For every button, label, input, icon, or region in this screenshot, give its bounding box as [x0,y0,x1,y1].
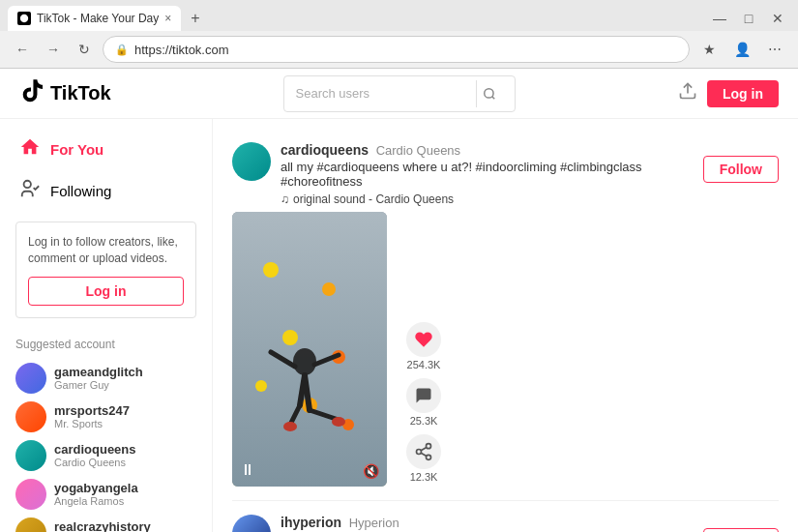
video-thumbnail-1[interactable]: ⚑ Report [232,212,387,487]
username-gameandglitch: gameandglitch [54,365,196,379]
like-button-1[interactable]: 254.3K [406,322,441,370]
lock-icon: 🔒 [115,44,129,56]
upload-button[interactable] [678,81,697,105]
video-actions-1: 254.3K 25.3K [406,212,441,487]
browser-chrome: TikTok - Make Your Day × + — □ ✕ ← → ↻ 🔒… [0,0,798,69]
minimize-button[interactable]: — [707,6,732,31]
svg-rect-4 [232,212,387,487]
maximize-button[interactable]: □ [736,6,761,31]
display-mrsports: Mr. Sports [54,418,196,429]
suggested-title: Suggested account [15,338,196,351]
url-text: https://tiktok.com [134,43,677,57]
for-you-label: For You [50,141,103,158]
svg-line-25 [421,447,427,450]
video-author-display-1: Cardio Queens [376,143,460,158]
video-card-left-2: ihyperion Hyperion #pov #dronevideo #des… [232,515,690,532]
video-avatar-2[interactable] [232,515,271,532]
tab-title: TikTok - Make Your Day [37,12,159,25]
share-icon-1 [406,434,441,469]
tab-bar: TikTok - Make Your Day × + — □ ✕ [0,0,798,31]
following-label: Following [50,183,111,199]
account-info-yogabyangela: yogabyangela Angela Ramos [54,481,196,507]
browser-controls: ← → ↻ 🔒 https://tiktok.com ★ 👤 ⋯ [0,31,798,68]
username-realcrazyhistory: realcrazyhistory [54,519,196,532]
username-mrsports: mrsports247 [54,403,196,418]
tab-close-button[interactable]: × [164,12,171,25]
login-button[interactable]: Log in [707,80,779,107]
sidebar-item-following[interactable]: Following [0,170,212,212]
tab-favicon [17,12,31,25]
video-header-1: cardioqueens Cardio Queens all my #cardi… [232,142,690,206]
video-meta-1: cardioqueens Cardio Queens all my #cardi… [281,142,690,206]
video-card-right-1: Follow [703,142,779,487]
header-actions: Log in [585,80,779,107]
video-author-display-2: Hyperion [349,516,399,530]
video-author-handle-2[interactable]: ihyperion [281,515,341,530]
logo-text: TikTok [50,82,111,104]
mute-button-1[interactable]: 🔇 [363,463,379,479]
suggested-account-yogabyangela[interactable]: yogabyangela Angela Ramos [15,475,196,514]
music-note-icon: ♫ [281,192,289,206]
search-icon[interactable] [476,80,503,107]
account-info-mrsports: mrsports247 Mr. Sports [54,403,196,429]
forward-button[interactable]: → [41,37,66,62]
sidebar-item-for-you[interactable]: For You [0,129,212,170]
svg-point-6 [322,282,336,296]
svg-point-19 [283,422,297,431]
logo[interactable]: TikTok [19,77,213,110]
username-yogabyangela: yogabyangela [54,481,196,495]
suggested-account-realcrazyhistory[interactable]: realcrazyhistory Crazy Facts [15,514,196,532]
avatar-mrsports [15,401,46,432]
app-header: TikTok Search users Log in [0,69,798,119]
comment-button-1[interactable]: 25.3K [406,378,441,427]
play-pause-button-1[interactable]: ⏸ [240,461,255,479]
suggested-account-mrsports[interactable]: mrsports247 Mr. Sports [15,398,196,436]
profiles-button[interactable]: 👤 [728,36,755,63]
address-bar[interactable]: 🔒 https://tiktok.com [103,36,690,63]
sidebar-login-button[interactable]: Log in [28,277,184,306]
svg-point-21 [427,444,431,449]
video-header-2: ihyperion Hyperion #pov #dronevideo #des… [232,515,690,532]
new-tab-button[interactable]: + [185,10,205,27]
avatar-cardioqueens-small [15,440,46,471]
tiktok-logo-icon [19,77,46,110]
sidebar: For You Following Log in to follow creat… [0,119,213,532]
video-avatar-1[interactable] [232,142,271,181]
video-card-2: ihyperion Hyperion #pov #dronevideo #des… [232,501,779,532]
suggested-section: Suggested account gameandglitch Gamer Gu… [0,328,212,532]
climbing-svg [232,212,387,487]
video-author-handle-1[interactable]: cardioqueens [281,142,369,158]
heart-icon-1 [406,322,441,357]
svg-point-20 [332,417,345,427]
refresh-button[interactable]: ↻ [72,37,97,62]
browser-actions: ★ 👤 ⋯ [695,36,788,63]
menu-button[interactable]: ⋯ [761,36,788,63]
share-button-1[interactable]: 12.3K [406,434,441,483]
back-button[interactable]: ← [10,37,35,62]
sidebar-login-box: Log in to follow creators, like, comment… [15,222,196,318]
account-info-cardioqueens: cardioqueens Cardio Queens [54,442,196,468]
extensions-button[interactable]: ★ [695,36,723,63]
follow-button-1[interactable]: Follow [703,156,779,183]
svg-point-12 [293,348,316,375]
suggested-account-cardioqueens[interactable]: cardioqueens Cardio Queens [15,436,196,475]
close-window-button[interactable]: ✕ [765,6,790,31]
video-card-right-2: Follow [703,515,779,532]
tiktok-app: TikTok Search users Log in For [0,69,798,532]
suggested-account-gameandglitch[interactable]: gameandglitch Gamer Guy [15,359,196,398]
display-yogabyangela: Angela Ramos [54,495,196,507]
search-input-wrap[interactable]: Search users [283,75,516,112]
avatar-yogabyangela [15,479,46,510]
active-tab[interactable]: TikTok - Make Your Day × [8,6,181,31]
video-description-1: all my #cardioqueens where u at?! #indoo… [281,160,690,189]
share-count-1: 12.3K [410,471,438,483]
svg-point-22 [417,450,422,455]
follow-button-2[interactable]: Follow [703,528,779,532]
display-gameandglitch: Gamer Guy [54,379,196,391]
avatar-realcrazyhistory [15,517,46,532]
svg-point-5 [263,262,279,278]
video-sound-1: ♫ original sound - Cardio Queens [281,192,690,206]
comment-icon-1 [406,378,441,413]
following-icon [19,178,41,204]
video-card-1: cardioqueens Cardio Queens all my #cardi… [232,129,779,501]
